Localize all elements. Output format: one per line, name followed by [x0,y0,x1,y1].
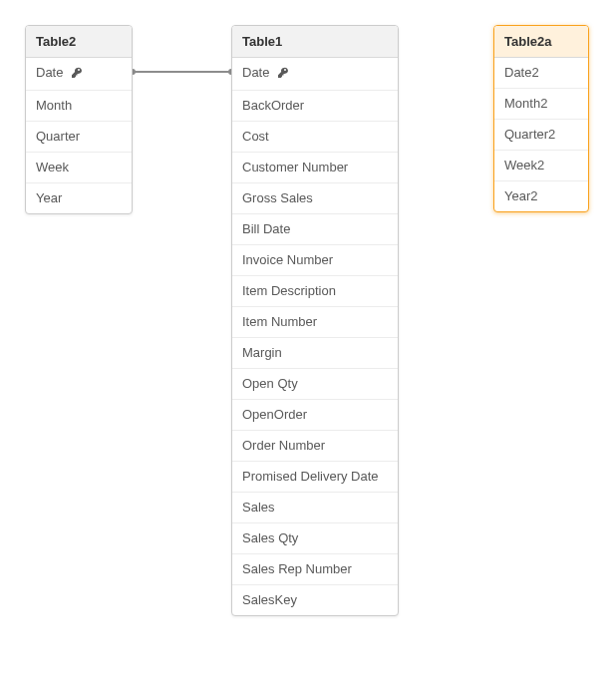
field-item[interactable]: Date [232,58,398,91]
field-item[interactable]: OpenOrder [232,400,398,431]
field-label: Item Number [242,314,317,329]
field-item[interactable]: Promised Delivery Date [232,462,398,493]
field-item[interactable]: Quarter2 [494,120,588,151]
field-item[interactable]: Customer Number [232,153,398,183]
field-item[interactable]: Open Qty [232,369,398,400]
field-label: OpenOrder [242,407,307,422]
field-item[interactable]: Year [26,183,132,213]
field-list: Date2 Month2 Quarter2 Week2 Year2 [494,58,588,211]
field-label: Month [36,98,72,113]
table-table1[interactable]: Table1 Date BackOrder Cost Customer Numb… [231,25,399,616]
field-label: Quarter [36,129,80,144]
field-label: Cost [242,129,269,144]
field-label: Order Number [242,438,325,453]
field-label: Sales Qty [242,530,298,545]
field-label: Quarter2 [504,127,555,142]
field-label: Date2 [504,65,539,80]
field-item[interactable]: Date2 [494,58,588,89]
field-list: Date BackOrder Cost Customer Number Gros… [232,58,398,615]
field-label: BackOrder [242,98,304,113]
field-item[interactable]: Week2 [494,151,588,181]
field-item[interactable]: Margin [232,338,398,369]
field-item[interactable]: Week [26,153,132,183]
field-item[interactable]: Item Number [232,307,398,338]
table-title: Table1 [232,26,398,58]
field-item[interactable]: Date [26,58,132,91]
field-item[interactable]: Item Description [232,276,398,307]
key-icon [277,67,289,83]
field-label: Date [242,65,269,80]
field-label: Gross Sales [242,190,313,205]
field-label: Month2 [504,96,547,111]
field-label: Sales [242,500,275,515]
field-label: Week2 [504,158,544,173]
field-list: Date Month Quarter Week Year [26,58,132,213]
field-item[interactable]: Sales Rep Number [232,554,398,585]
field-label: Bill Date [242,221,290,236]
field-item[interactable]: Gross Sales [232,183,398,214]
field-item[interactable]: Sales Qty [232,523,398,554]
field-item[interactable]: SalesKey [232,585,398,615]
field-label: Year2 [504,188,538,203]
field-item[interactable]: Sales [232,493,398,523]
field-item[interactable]: BackOrder [232,91,398,122]
field-label: Week [36,160,69,174]
key-icon [71,67,83,83]
field-item[interactable]: Invoice Number [232,245,398,276]
field-item[interactable]: Year2 [494,181,588,211]
field-label: Date [36,65,63,80]
field-label: Promised Delivery Date [242,469,379,484]
field-item[interactable]: Order Number [232,431,398,462]
table-title: Table2a [494,26,588,58]
field-label: Year [36,190,62,205]
field-item[interactable]: Month [26,91,132,122]
field-item[interactable]: Cost [232,122,398,153]
table-table2a[interactable]: Table2a Date2 Month2 Quarter2 Week2 Year… [493,25,589,212]
field-label: SalesKey [242,592,297,607]
field-item[interactable]: Bill Date [232,214,398,245]
field-label: Invoice Number [242,252,333,267]
field-label: Open Qty [242,376,298,391]
field-label: Margin [242,345,282,360]
table-title: Table2 [26,26,132,58]
table-table2[interactable]: Table2 Date Month Quarter Week Year [25,25,133,214]
field-item[interactable]: Quarter [26,122,132,153]
field-label: Item Description [242,283,336,298]
data-model-canvas[interactable]: { "tables": { "table2": { "title": "Tabl… [0,0,616,693]
field-label: Customer Number [242,160,348,174]
field-label: Sales Rep Number [242,561,352,576]
field-item[interactable]: Month2 [494,89,588,120]
